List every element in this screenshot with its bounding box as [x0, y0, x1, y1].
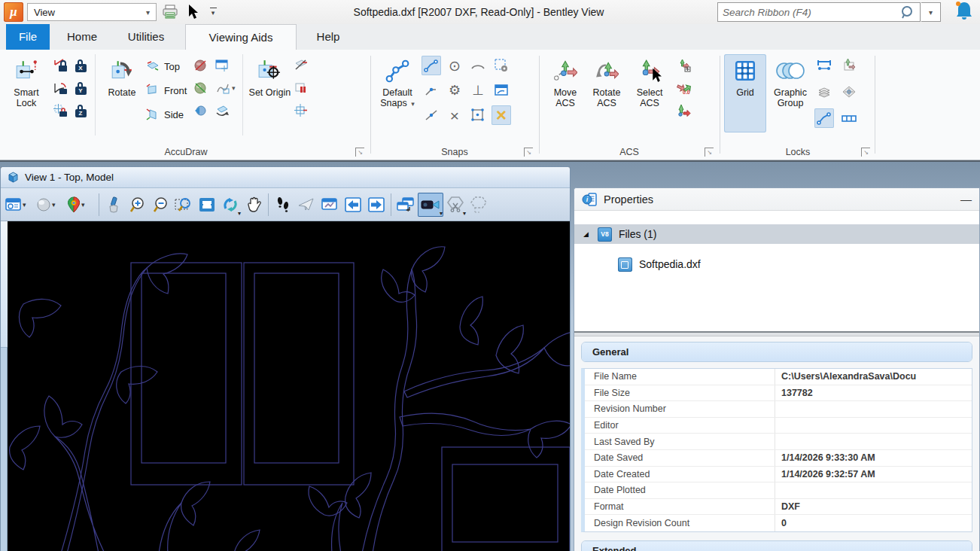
- snap-popup-button[interactable]: [492, 81, 511, 100]
- set-origin-icon: [257, 57, 282, 84]
- rotate-acs-button[interactable]: Rotate ACS: [586, 54, 628, 132]
- walk-button[interactable]: [272, 193, 294, 217]
- axis-lock-button[interactable]: [839, 56, 859, 75]
- acs-dialog-launcher[interactable]: ↘: [705, 148, 714, 157]
- tab-home[interactable]: Home: [56, 24, 108, 50]
- tree-expander-icon[interactable]: ◢: [583, 230, 589, 238]
- update-view-button[interactable]: [102, 193, 125, 217]
- pan-view-button[interactable]: [242, 193, 265, 217]
- rotate-accudraw-button[interactable]: Rotate: [100, 54, 144, 132]
- bentley-logo-icon[interactable]: µ: [4, 2, 23, 22]
- view-previous-button[interactable]: [342, 193, 364, 217]
- search-options-dropdown[interactable]: ▾: [921, 2, 941, 22]
- zoom-in-button[interactable]: [126, 193, 148, 217]
- tab-viewing-aids[interactable]: Viewing Aids: [185, 24, 297, 50]
- snap-center-button[interactable]: ⊙: [445, 56, 464, 75]
- move-acs-button[interactable]: Move ACS: [545, 54, 586, 132]
- workflow-selector-value: View: [34, 7, 55, 18]
- tree-row-softpedia-dxf[interactable]: Softpedia.dxf: [574, 254, 979, 274]
- level-lock-button[interactable]: [814, 82, 834, 102]
- rotate-view-window-button[interactable]: [212, 56, 232, 75]
- grid-lock-button[interactable]: Grid: [724, 54, 766, 132]
- general-section-header[interactable]: General: [582, 342, 972, 361]
- rotate-top-button[interactable]: Top: [145, 56, 187, 77]
- snap-intersection-gear-button[interactable]: ⚙: [445, 81, 464, 100]
- acs-coordinates-button[interactable]: 0.0: [674, 78, 694, 98]
- print-button[interactable]: [160, 2, 181, 22]
- center-snap-icon: ⊙: [449, 59, 461, 73]
- snap-tangent-button[interactable]: [468, 56, 488, 75]
- snap-multisnap-off-button[interactable]: ×: [492, 105, 511, 125]
- plane-toggle-button[interactable]: [291, 56, 311, 75]
- acs-context-button[interactable]: [674, 56, 694, 75]
- lock-index-button[interactable]: [51, 101, 71, 120]
- extended-section-header[interactable]: Extended: [582, 541, 972, 551]
- tab-help[interactable]: Help: [300, 24, 357, 50]
- view-window-titlebar[interactable]: View 1 - Top, Model: [1, 167, 570, 188]
- rotate-side-button[interactable]: Side: [145, 104, 187, 125]
- rotate-z-sphere-button[interactable]: [191, 101, 211, 120]
- snap-intersection-button[interactable]: ×: [445, 105, 464, 125]
- geographic-tools-button[interactable]: ▾: [65, 193, 96, 217]
- plane-bars-button[interactable]: [291, 78, 311, 98]
- copy-view-button[interactable]: [394, 193, 417, 217]
- fly-button[interactable]: [295, 193, 318, 217]
- snap-settings-button[interactable]: [492, 56, 511, 75]
- lock-x-button[interactable]: X: [71, 56, 90, 75]
- smart-lock-button[interactable]: Smart Lock: [5, 54, 48, 132]
- accudraw-dialog-launcher[interactable]: ↘: [355, 148, 364, 157]
- rotate-view-button[interactable]: ▾: [219, 193, 242, 217]
- panel-splitter[interactable]: [574, 331, 979, 336]
- viewport-scrollbar[interactable]: [1, 221, 8, 551]
- minimize-panel-button[interactable]: —: [960, 193, 972, 205]
- graphic-group-lock-button[interactable]: Graphic Group: [766, 54, 814, 132]
- dimension-lock-button[interactable]: [814, 56, 834, 75]
- set-origin-button[interactable]: Set Origin: [248, 54, 291, 132]
- rotate-x-sphere-button[interactable]: [191, 56, 211, 75]
- toolbar-separator: [268, 193, 269, 216]
- snap-perpendicular-button[interactable]: ⊥: [468, 81, 488, 100]
- cad-viewport[interactable]: [1, 221, 570, 551]
- lock-z-button[interactable]: Z: [71, 101, 90, 120]
- select-acs-button[interactable]: Select ACS: [628, 54, 671, 132]
- workflow-selector[interactable]: View ▾: [27, 3, 157, 21]
- tab-utilities[interactable]: Utilities: [111, 24, 181, 50]
- plane-crosshair-button[interactable]: [291, 101, 311, 120]
- rotate-cycle-button[interactable]: [212, 101, 232, 120]
- isometric-lock-button[interactable]: [839, 82, 859, 102]
- acs-plane-lock-button[interactable]: [674, 101, 694, 120]
- camera-settings-button[interactable]: ▾: [418, 193, 443, 217]
- default-snaps-button[interactable]: Default Snaps ▾: [373, 54, 422, 132]
- snap-midpoint-button[interactable]: [422, 105, 441, 125]
- view-attributes-button[interactable]: ▾: [4, 193, 34, 217]
- element-selection-button[interactable]: [182, 2, 203, 22]
- snap-keypoint-button[interactable]: [422, 81, 441, 100]
- clip-mask-button[interactable]: [467, 193, 490, 217]
- saved-views-button[interactable]: [318, 193, 341, 217]
- notifications-button[interactable]: [953, 0, 975, 23]
- ribbon-search-box[interactable]: Search Ribbon (F4): [717, 2, 921, 22]
- snaps-dialog-launcher[interactable]: ↘: [524, 148, 533, 157]
- zoom-out-button[interactable]: [149, 193, 172, 217]
- snap-origin-button[interactable]: [468, 105, 488, 125]
- snap-nearest-button[interactable]: [422, 56, 441, 75]
- view-next-button[interactable]: [365, 193, 388, 217]
- window-area-button[interactable]: [172, 193, 195, 217]
- fit-view-button[interactable]: [196, 193, 218, 217]
- property-row: Date Plotted: [585, 483, 972, 499]
- unit-lock-button[interactable]: [839, 108, 859, 128]
- customize-quick-access-button[interactable]: ▾: [205, 2, 221, 22]
- lock-distance-button[interactable]: [51, 56, 71, 75]
- lock-y-button[interactable]: Y: [71, 78, 90, 98]
- tree-row-files[interactable]: ◢ V8 Files (1): [574, 224, 979, 244]
- rotate-y-sphere-button[interactable]: [191, 78, 211, 98]
- display-style-button[interactable]: ▾: [35, 193, 65, 217]
- locks-dialog-launcher[interactable]: ↘: [861, 148, 870, 157]
- tab-file[interactable]: File: [6, 24, 50, 50]
- rotate-element-button[interactable]: ▾: [212, 78, 238, 98]
- clip-volume-button[interactable]: ▾: [444, 193, 467, 217]
- lock-angle-button[interactable]: [51, 78, 71, 98]
- scrollbar-thumb[interactable]: [1, 221, 8, 348]
- snap-lock-button[interactable]: [814, 108, 834, 128]
- rotate-front-button[interactable]: Front: [145, 80, 187, 101]
